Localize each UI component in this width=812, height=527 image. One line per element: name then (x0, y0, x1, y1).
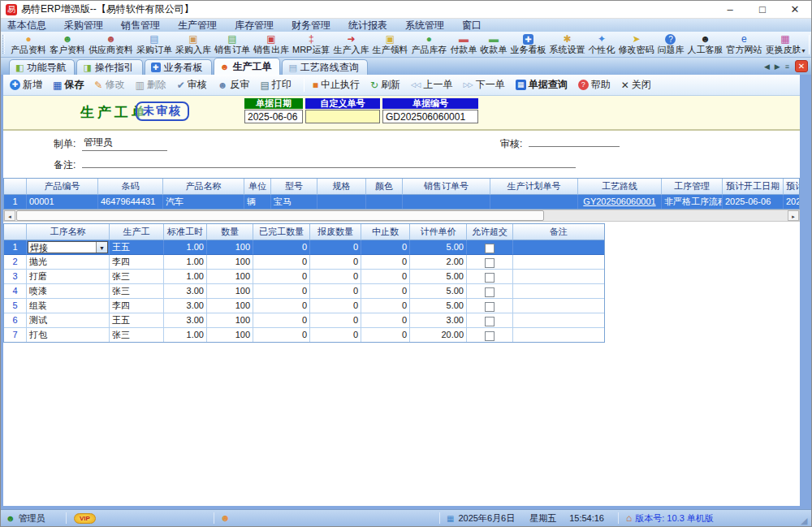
action-bill-query-button[interactable]: ▦单据查询 (516, 78, 568, 92)
process-row[interactable]: 6测试王五3.001000003.00 (4, 313, 604, 328)
toolbar-button-change-password[interactable]: ➤修改密码 (616, 33, 655, 55)
toolbar-button-official-website[interactable]: e官方网站 (724, 33, 763, 55)
toolbar-button-mrp-calc[interactable]: ‡MRP运算 (291, 33, 331, 55)
over-delivery-checkbox[interactable] (485, 302, 495, 312)
column-header-color[interactable]: 颜色 (366, 179, 403, 195)
action-save-button[interactable]: ▦保存 (53, 78, 84, 92)
menu-item-8[interactable]: 窗口 (462, 19, 482, 32)
toolbar-button-purchase-order[interactable]: ▤采购订单 (135, 33, 174, 55)
menu-item-3[interactable]: 生产管理 (178, 19, 217, 32)
column-header-price[interactable]: 计件单价 (410, 224, 467, 240)
column-header-scrap[interactable]: 报废数量 (310, 224, 361, 240)
column-header-worker[interactable]: 生产工 (110, 224, 164, 240)
menu-item-7[interactable]: 系统管理 (405, 19, 444, 32)
cell-route[interactable]: GY202506060001 (578, 195, 662, 210)
product-grid-hscrollbar[interactable]: ◂ ▸ (3, 210, 800, 222)
chevron-down-icon[interactable]: ▼ (96, 242, 107, 253)
cell-over[interactable] (467, 270, 513, 284)
action-refresh-button[interactable]: ↻刷新 (370, 78, 400, 92)
remark-value[interactable] (82, 157, 576, 168)
column-header-remark[interactable]: 备注 (513, 224, 605, 240)
toolbar-button-production-in[interactable]: ➜生产入库 (331, 33, 370, 55)
action-add-button[interactable]: ✚新增 (10, 78, 42, 92)
toolbar-button-system-settings[interactable]: ✱系统设置 (547, 33, 586, 55)
tab-operation-guide[interactable]: ◨操作指引 (76, 59, 142, 75)
route-link[interactable]: GY202506060001 (583, 197, 655, 206)
menu-item-6[interactable]: 统计报表 (348, 19, 387, 32)
tab-business-dashboard[interactable]: ✚业务看板 (145, 59, 212, 75)
tab-list-icon[interactable]: ≡ (785, 63, 789, 71)
scroll-left-icon[interactable]: ◂ (4, 210, 15, 221)
column-header-barcode[interactable]: 条码 (98, 179, 163, 195)
toolbar-button-production-picking[interactable]: ▣生产领料 (370, 33, 409, 55)
cell-over[interactable] (467, 284, 513, 299)
column-header-qty[interactable]: 数量 (207, 224, 253, 240)
process-row[interactable]: 2抛光李四1.001000002.00 (4, 255, 604, 270)
action-unaudit-button[interactable]: ☻反审 (218, 78, 250, 92)
action-close-button[interactable]: ✕关闭 (621, 78, 651, 92)
toolbar-button-sales-out[interactable]: ▣销售出库 (252, 33, 291, 55)
action-delete-button[interactable]: ▥删除 (135, 78, 166, 92)
menu-item-0[interactable]: 基本信息 (7, 19, 46, 32)
product-row[interactable]: 10000146479644431汽车辆宝马GY202506060001非严格工… (4, 195, 799, 210)
over-delivery-checkbox[interactable] (485, 244, 495, 253)
bill-date-input[interactable] (244, 110, 303, 123)
column-header-sales_order[interactable]: 销售订单号 (403, 179, 490, 195)
tab-close-button[interactable]: ✕ (795, 60, 808, 72)
toolbar-button-question-bank[interactable]: ?问题库 (655, 34, 685, 55)
column-header-start_date[interactable]: 预计开工日期 (723, 179, 784, 195)
toolbar-button-sales-order[interactable]: ▤销售订单 (213, 33, 252, 55)
menu-item-2[interactable]: 销售管理 (121, 19, 160, 32)
action-audit-button[interactable]: ✔审核 (177, 78, 207, 92)
hscroll-thumb[interactable] (16, 210, 544, 221)
toolbar-button-product-info[interactable]: ●产品资料 (9, 33, 48, 55)
over-delivery-checkbox[interactable] (485, 258, 495, 268)
action-next-bill-button[interactable]: ▷▷下一单 (463, 78, 504, 92)
toolbar-button-product-stock[interactable]: ●产品库存 (409, 33, 448, 55)
action-modify-button[interactable]: ✎修改 (94, 78, 124, 92)
column-header-seq[interactable] (4, 224, 27, 240)
column-header-route[interactable]: 工艺路线 (578, 179, 662, 195)
over-delivery-checkbox[interactable] (485, 273, 495, 283)
close-button[interactable]: ✕ (779, 1, 811, 19)
column-header-plan_no[interactable]: 生产计划单号 (490, 179, 578, 195)
toolbar-button-customer-service[interactable]: ☻人工客服 (685, 33, 724, 55)
cell-over[interactable] (467, 240, 513, 255)
column-header-pname[interactable]: 产品名称 (163, 179, 244, 195)
column-header-over[interactable]: 允许超交 (467, 224, 513, 240)
menu-item-1[interactable]: 采购管理 (64, 19, 103, 32)
toolbar-button-supplier-info[interactable]: ☻供应商资料 (87, 33, 135, 55)
over-delivery-checkbox[interactable] (485, 287, 495, 297)
toolbar-button-business-dashboard[interactable]: ✚业务看板 (508, 34, 547, 55)
column-header-unit[interactable]: 单位 (244, 179, 271, 195)
column-header-finish_date[interactable]: 预计完工日期 (784, 179, 800, 195)
cell-over[interactable] (467, 299, 513, 313)
action-previous-bill-button[interactable]: ◁◁上一单 (411, 78, 452, 92)
action-print-button[interactable]: ▤打印 (260, 78, 291, 92)
tab-scroll-left-icon[interactable]: ◀ (764, 63, 770, 71)
tab-route-query[interactable]: ▤工艺路线查询 (282, 59, 367, 75)
column-header-std[interactable]: 标准工时 (164, 224, 207, 240)
column-header-model[interactable]: 型号 (271, 179, 317, 195)
cell-over[interactable] (467, 313, 513, 328)
column-header-code[interactable]: 产品编号 (27, 179, 98, 195)
over-delivery-checkbox[interactable] (485, 331, 495, 341)
process-row[interactable]: 3打磨张三1.001000005.00 (4, 270, 604, 284)
toolbar-button-personalize[interactable]: ✦个性化 (586, 33, 616, 55)
process-row[interactable]: 7打包张三1.0010000020.00 (4, 328, 604, 343)
column-header-name[interactable]: 工序名称 (27, 224, 110, 240)
process-row[interactable]: 4喷漆张三3.001000005.00 (4, 284, 604, 299)
toolbar-button-change-skin[interactable]: ▦更换皮肤▾ (763, 33, 806, 56)
custom-no-input[interactable] (305, 110, 380, 123)
tab-function-nav[interactable]: ◧功能导航 (9, 59, 75, 75)
toolbar-button-purchase-in[interactable]: ▣采购入库 (174, 33, 213, 55)
column-header-done[interactable]: 已完工数量 (253, 224, 310, 240)
toolbar-button-customer-info[interactable]: ☻客户资料 (48, 33, 87, 55)
resize-grip[interactable]: ◢ (801, 516, 810, 525)
toolbar-button-payment-bill[interactable]: ▬付款单 (448, 33, 478, 55)
tab-production-work-order[interactable]: ☻生产工单 (214, 58, 281, 75)
column-header-spec[interactable]: 规格 (317, 179, 366, 195)
action-abort-execution-button[interactable]: ■中止执行 (313, 78, 360, 92)
action-help-button[interactable]: ?帮助 (578, 78, 611, 92)
bill-no-input[interactable] (382, 110, 478, 123)
